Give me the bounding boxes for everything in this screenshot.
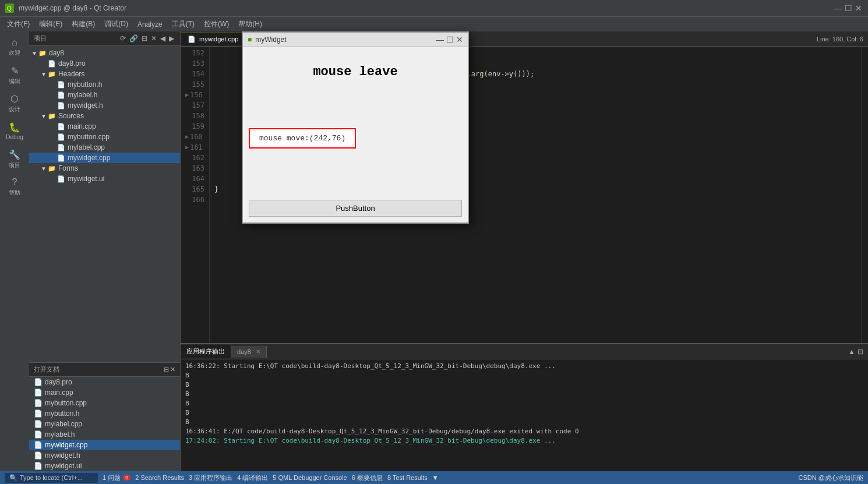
minimize-button[interactable]: — [833,3,842,13]
doc-item-mylabel-cpp[interactable]: 📄mylabel.cpp [29,419,180,429]
qt-body: mouse leave mouse move:(242,76) PushButt… [243,47,468,222]
output-tab-app-label: 应用程序输出 [186,347,225,356]
sidebar-icons: ⌂欢迎✎编辑⬡设计🐛Debug🔧项目?帮助 [0,31,29,471]
status-tab-summary[interactable]: 6 概要信息 [352,474,383,482]
menu-item-d[interactable]: 调试(D) [100,18,133,30]
next-action[interactable]: ▶ [168,34,175,43]
statusbar-left: 🔍 Type to locate (Ctrl+... 1 问题 0 2 Sear… [5,473,439,483]
menu-item-t[interactable]: 工具(T) [167,18,199,30]
titlebar-left: Q mywidget.cpp @ day8 - Qt Creator [5,3,126,13]
line-info: Line: 160, Col: 6 [812,36,868,43]
tree-item-day8[interactable]: ▼📁day8 [29,48,180,58]
menu-item-h[interactable]: 帮助(H) [234,18,267,30]
status-tab-test[interactable]: 8 Test Results [387,474,428,481]
file-panel-header-label: 项目 [34,34,47,43]
menu-item-e[interactable]: 编辑(E) [34,18,67,30]
open-docs-actions: ⊟ ✕ [164,366,175,373]
app-icon: Q [5,3,14,13]
doc-item-main-cpp[interactable]: 📄main.cpp [29,387,180,398]
doc-item-mybutton-cpp[interactable]: 📄mybutton.cpp [29,398,180,408]
tree-item-Headers[interactable]: ▼📁Headers [29,69,180,79]
qt-app-icon: ■ [248,36,252,44]
qt-titlebar: ■ myWidget — ☐ ✕ [243,33,468,47]
output-line: B [185,418,863,427]
qt-maximize-button[interactable]: ☐ [446,35,454,44]
tree-item-main-cpp[interactable]: 📄main.cpp [29,121,180,132]
output-line-blue: 17:24:02: Starting E:\QT code\build-day8… [185,436,863,446]
statusbar-right: CSDN @虎心求知识能 [799,474,863,482]
qt-mouse-label: mouse move:(242,76) [249,128,356,149]
sync-action[interactable]: ⟳ [119,34,127,43]
doc-item-mywidget-h[interactable]: 📄mywidget.h [29,450,180,461]
window-controls: — ☐ ✕ [833,3,863,13]
open-docs-header: 打开文档 ⊟ ✕ [29,363,180,377]
tree-item-Sources[interactable]: ▼📁Sources [29,111,180,121]
close-panel-action[interactable]: ✕ [150,34,158,43]
output-line: B [185,380,863,390]
open-docs-label: 打开文档 [34,365,59,374]
menu-item-f[interactable]: 文件(F) [2,18,34,30]
open-docs-list: 📄day8.pro📄main.cpp📄mybutton.cpp📄mybutton… [29,377,180,471]
tree-item-day8-pro[interactable]: 📄day8.pro [29,58,180,69]
output-tab-bar: 应用程序输出 day8 ✕ ▲ ⊡ [181,344,868,359]
status-tab-search[interactable]: 2 Search Results [135,474,184,481]
sidebar-icon-编辑[interactable]: ✎编辑 [1,62,28,89]
tree-item-mywidget-h[interactable]: 📄mywidget.h [29,100,180,111]
qt-minimize-button[interactable]: — [436,35,444,44]
tab-icon: 📄 [188,36,196,43]
search-box[interactable]: 🔍 Type to locate (Ctrl+... [5,473,98,483]
sidebar-icon-帮助[interactable]: ?帮助 [1,174,28,200]
tree-item-mywidget-cpp[interactable]: 📄mywidget.cpp [29,153,180,163]
close-button[interactable]: ✕ [854,3,863,13]
qt-close-button[interactable]: ✕ [456,35,463,44]
sidebar-icon-欢迎[interactable]: ⌂欢迎 [1,34,28,61]
link-action[interactable]: 🔗 [128,34,139,43]
sidebar-icon-设计[interactable]: ⬡设计 [1,90,28,116]
tree-item-mybutton-h[interactable]: 📄mybutton.h [29,79,180,90]
file-panel: 项目 ⟳ 🔗 ⊟ ✕ ◀ ▶ ▼📁day8📄day8.pro▼📁Headers📄… [29,31,181,471]
status-branding: CSDN @虎心求知识能 [799,474,863,482]
tree-item-mylabel-cpp[interactable]: 📄mylabel.cpp [29,142,180,153]
tree-item-mylabel-h[interactable]: 📄mylabel.h [29,90,180,100]
output-expand-btn[interactable]: ▲ [848,348,855,356]
sidebar-icon-项目[interactable]: 🔧项目 [1,146,28,172]
sidebar-icon-Debug[interactable]: 🐛Debug [1,118,28,144]
open-docs-close[interactable]: ✕ [170,366,175,373]
output-line: B [185,390,863,399]
output-tab-day8[interactable]: day8 ✕ [231,346,267,358]
prev-action[interactable]: ◀ [159,34,167,43]
editor-area: 📄 mywidget.cpp ✕ myWidget::eventFilter(Q… [181,31,868,471]
tree-item-mybutton-cpp[interactable]: 📄mybutton.cpp [29,132,180,142]
output-line: B [185,399,863,408]
output-tab-day8-label: day8 [237,348,251,355]
menubar: 文件(F)编辑(E)构建(B)调试(D)Analyze工具(T)控件(W)帮助(… [0,16,868,31]
status-tab-issues[interactable]: 1 问题 0 [103,474,130,482]
doc-item-mylabel-h[interactable]: 📄mylabel.h [29,429,180,440]
status-tab-qml[interactable]: 5 QML Debugger Console [273,474,347,481]
doc-item-mywidget-ui[interactable]: 📄mywidget.ui [29,461,180,471]
qt-window-title: myWidget [255,36,286,44]
maximize-button[interactable]: ☐ [844,3,853,13]
tree-item-mywidget-ui[interactable]: 📄mywidget.ui [29,174,180,184]
right-scrollbar[interactable] [861,47,868,343]
file-panel-header: 项目 ⟳ 🔗 ⊟ ✕ ◀ ▶ [29,31,180,45]
open-docs-split[interactable]: ⊟ [164,366,169,373]
qt-pushbutton[interactable]: PushButton [249,200,462,217]
output-tab-app[interactable]: 应用程序输出 [181,345,231,358]
status-tab-expand[interactable]: ▼ [432,474,439,481]
split-action[interactable]: ⊟ [140,34,149,43]
doc-item-mybutton-h[interactable]: 📄mybutton.h [29,408,180,419]
output-panel: 应用程序输出 day8 ✕ ▲ ⊡ 16:36:22: Starting E:\… [181,343,868,471]
tree-item-Forms[interactable]: ▼📁Forms [29,163,180,174]
doc-item-day8-pro[interactable]: 📄day8.pro [29,377,180,387]
menu-item-b[interactable]: 构建(B) [67,18,100,30]
output-external-btn[interactable]: ⊡ [858,348,863,356]
doc-item-mywidget-cpp[interactable]: 📄mywidget.cpp [29,440,180,450]
app-title: mywidget.cpp @ day8 - Qt Creator [19,4,126,12]
menu-item-w[interactable]: 控件(W) [199,18,234,30]
status-tab-compile[interactable]: 4 编译输出 [237,474,268,482]
file-panel-actions: ⟳ 🔗 ⊟ ✕ ◀ ▶ [119,34,175,43]
output-tab-day8-close[interactable]: ✕ [256,348,260,355]
status-tab-output[interactable]: 3 应用程序输出 [189,474,232,482]
menu-item-analyze[interactable]: Analyze [133,19,167,30]
